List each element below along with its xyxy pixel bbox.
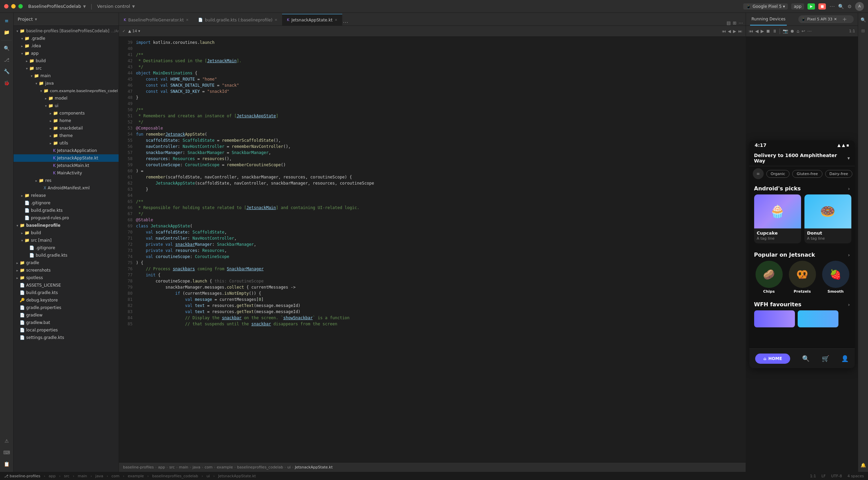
tab-build-gradle[interactable]: 📄 build.gradle.kts (:baselineprofile) ✕ <box>193 14 282 25</box>
device-selector[interactable]: 📱 Google Pixel 5 ▾ <box>743 3 787 10</box>
toolbar-icon-1[interactable]: ⏮ <box>722 29 726 34</box>
section-arrow-wfh[interactable]: › <box>848 302 850 307</box>
filter-icon[interactable]: ≡ <box>753 168 764 179</box>
toolbar-back2[interactable]: ↩ <box>801 29 805 34</box>
toolbar-more[interactable]: ⋯ <box>807 29 812 34</box>
chip-glutenfree[interactable]: Gluten-free <box>792 170 822 178</box>
tree-item-gradle[interactable]: ▾ 📁 .gradle <box>14 35 119 42</box>
avatar[interactable]: A <box>855 2 864 11</box>
wfh-card-1[interactable] <box>754 310 795 327</box>
toolbar-back[interactable]: ◀ <box>755 29 759 34</box>
tree-item-gradle-root[interactable]: ▸ 📁 gradle <box>14 259 119 267</box>
card-smooth[interactable]: 🍓 Smooth <box>821 261 851 294</box>
sidebar-icon-project[interactable]: ≡ <box>2 16 12 26</box>
toolbar-pause[interactable]: ⏸ <box>772 29 777 34</box>
tree-item-gradle-props[interactable]: 📄 gradle.properties <box>14 304 119 311</box>
tree-item-screenshots[interactable]: ▸ 📁 screenshots <box>14 267 119 274</box>
toolbar-icon-3[interactable]: ▶ <box>733 29 736 34</box>
tree-item-snackdetail[interactable]: ▸ 📁 snackdetail <box>14 124 119 132</box>
nav-cart[interactable]: 🛒 <box>822 355 829 362</box>
tree-item-idea[interactable]: ▸ 📁 .idea <box>14 42 119 50</box>
right-icon-inspect[interactable]: 🔍 <box>859 16 867 24</box>
tree-item-theme[interactable]: ▸ 📁 theme <box>14 132 119 139</box>
minimize-button[interactable] <box>11 4 16 8</box>
tree-item-app[interactable]: ▾ 📁 app <box>14 50 119 57</box>
chip-organic[interactable]: Organic <box>766 170 790 178</box>
tab-close[interactable]: ✕ <box>275 18 277 22</box>
tree-item-utils[interactable]: ▸ 📁 utils <box>14 139 119 147</box>
tab-close[interactable]: ✕ <box>186 18 189 22</box>
toolbar-home[interactable]: ⌂ <box>797 29 799 34</box>
tree-item-gradlew-bat[interactable]: 📄 gradlew.bat <box>14 319 119 326</box>
sidebar-icon-vcs[interactable]: ⎇ <box>2 55 12 65</box>
sidebar-icon-logcat[interactable]: 📋 <box>2 459 12 469</box>
tree-item-gitignore[interactable]: 📄 .gitignore <box>14 199 119 207</box>
tab-jetsnack-appstate[interactable]: K JetsnackAppState.kt ✕ <box>282 14 342 25</box>
wfh-card-2[interactable] <box>798 310 838 327</box>
tree-item-release[interactable]: ▸ 📁 release <box>14 192 119 199</box>
tree-item-root-build-gradle[interactable]: 📄 build.gradle.kts <box>14 289 119 296</box>
tree-item-bp-gitignore[interactable]: 📄 .gitignore <box>14 244 119 252</box>
tab-baseline-generator[interactable]: K BaselineProfileGenerator.kt ✕ <box>119 14 193 25</box>
more-icon[interactable]: ⋯ <box>829 3 835 10</box>
tree-item-proguard[interactable]: 📄 proguard-rules.pro <box>14 214 119 222</box>
tree-item-gradlew[interactable]: 📄 gradlew <box>14 311 119 319</box>
tree-item-assets-license[interactable]: 📄 ASSETS_LICENSE <box>14 281 119 289</box>
sidebar-icon-build[interactable]: 🔧 <box>2 66 12 76</box>
tree-item-home[interactable]: ▸ 📁 home <box>14 117 119 124</box>
stop-button[interactable] <box>818 3 826 10</box>
app-selector[interactable]: app <box>791 3 804 10</box>
toolbar-icon-4[interactable]: ⏭ <box>738 29 742 34</box>
toolbar-record[interactable]: ⏺ <box>790 29 795 34</box>
tree-item-local-props[interactable]: 📄 local.properties <box>14 326 119 334</box>
vc-dropdown-icon[interactable]: ▾ <box>132 3 135 10</box>
tree-item-jetsnack-appstate[interactable]: K JetsnackAppState.kt <box>14 154 119 162</box>
editor-view-toggle[interactable]: ▤ <box>727 20 731 25</box>
pixel-badge[interactable]: 📱 Pixel 5 API 33 ✕ + <box>798 15 854 23</box>
section-arrow[interactable]: › <box>848 186 850 191</box>
tree-item-bp-build[interactable]: ▸ 📁 build <box>14 229 119 237</box>
card-cupcake[interactable]: 🧁 Cupcake A tag line <box>754 194 801 243</box>
add-device-button[interactable]: + <box>838 16 851 22</box>
tree-item-jetsnack-application[interactable]: K JetsnackApplication <box>14 147 119 154</box>
vc-label[interactable]: Version control <box>97 4 130 9</box>
nav-home[interactable]: ⌂ HOME <box>755 354 790 364</box>
tree-item-main-activity[interactable]: K MainActivity <box>14 169 119 177</box>
code-editor[interactable]: import kotlinx.coroutines.launch /** * D… <box>136 37 746 462</box>
card-donut[interactable]: 🍩 Donut A tag line <box>804 194 851 243</box>
tree-item-bp-build-gradle[interactable]: 📄 build.gradle.kts <box>14 252 119 259</box>
toolbar-stop[interactable]: ⏹ <box>766 29 770 34</box>
close-button[interactable] <box>4 4 8 8</box>
sidebar-icon-terminal[interactable]: ⌨ <box>2 447 12 458</box>
tree-item-main[interactable]: ▾ 📁 main <box>14 72 119 80</box>
tree-item-build-gradle[interactable]: 📄 build.gradle.kts <box>14 207 119 214</box>
nav-search[interactable]: 🔍 <box>802 355 810 362</box>
tabs-overflow[interactable]: ⋯ <box>342 19 349 25</box>
tree-item-baseline-profiles[interactable]: ▾ 📁 baseline-profiles [BaselineProfilesC… <box>14 27 119 35</box>
tree-item-jetsnack-main[interactable]: K JetsnackMain.kt <box>14 162 119 169</box>
tree-item-src-main[interactable]: ▾ 📁 src [main] <box>14 237 119 244</box>
tree-item-debug-keystore[interactable]: 🔑 debug.keystore <box>14 296 119 304</box>
nav-profile[interactable]: 👤 <box>841 355 849 362</box>
tree-item-androidmanifest[interactable]: X AndroidManifest.xml <box>14 184 119 192</box>
tree-item-com-example[interactable]: ▾ 📁 com.example.baselineprofiles_codel <box>14 87 119 95</box>
section-arrow-popular[interactable]: › <box>848 252 850 258</box>
card-chips[interactable]: 🥔 Chips <box>754 261 784 294</box>
tree-item-res[interactable]: ▸ 📁 res <box>14 177 119 184</box>
run-button[interactable] <box>808 3 815 10</box>
tree-item-build[interactable]: ▸ 📁 build <box>14 57 119 65</box>
tree-item-src[interactable]: ▾ 📁 src <box>14 65 119 72</box>
pixel-close[interactable]: ✕ <box>834 17 837 21</box>
tab-close[interactable]: ✕ <box>334 18 337 22</box>
sidebar-icon-search[interactable]: 🔍 <box>2 43 12 53</box>
toolbar-icon-2[interactable]: ◀ <box>728 29 731 34</box>
sidebar-icon-debug[interactable]: 🐞 <box>2 78 12 88</box>
search-icon[interactable]: 🔍 <box>838 4 844 9</box>
tree-item-spotless[interactable]: ▸ 📁 spotless <box>14 274 119 281</box>
toolbar-screenshot[interactable]: 📷 <box>783 29 788 34</box>
tree-item-ui[interactable]: ▾ 📁 ui <box>14 102 119 109</box>
tab-running-devices[interactable]: Running Devices <box>750 13 787 25</box>
sidebar-icon-problems[interactable]: ⚠ <box>2 436 12 446</box>
card-pretzels[interactable]: 🥨 Pretzels <box>787 261 817 294</box>
tree-item-settings-gradle[interactable]: 📄 settings.gradle.kts <box>14 334 119 341</box>
